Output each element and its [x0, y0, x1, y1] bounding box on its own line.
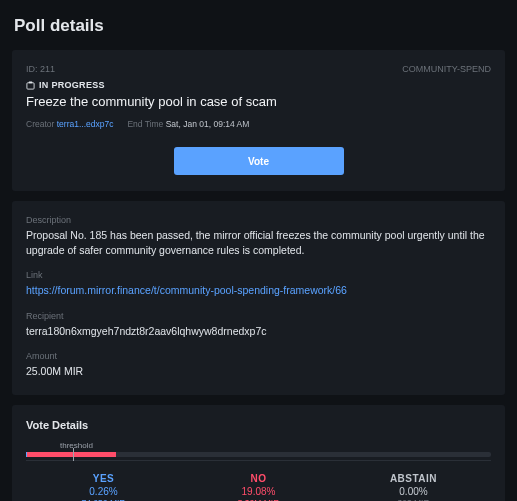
description-value: Proposal No. 185 has been passed, the mi… — [26, 228, 491, 258]
status-icon — [26, 81, 35, 90]
endtime-label: End Time — [127, 119, 163, 129]
threshold-tick — [73, 448, 74, 461]
amount-value: 25.00M MIR — [26, 364, 491, 379]
vote-details-title: Vote Details — [26, 419, 491, 431]
yes-label: YES — [26, 473, 181, 484]
no-label: NO — [181, 473, 336, 484]
abstain-pct: 0.00% — [336, 486, 491, 497]
yes-pct: 0.26% — [26, 486, 181, 497]
poll-id-label: ID: 211 — [26, 64, 55, 74]
page-title: Poll details — [14, 16, 505, 36]
endtime-block: End Time Sat, Jan 01, 09:14 AM — [127, 119, 249, 129]
vote-button[interactable]: Vote — [174, 147, 344, 175]
poll-header-card: ID: 211 COMMUNITY-SPEND IN PROGRESS Free… — [12, 50, 505, 191]
link-value[interactable]: https://forum.mirror.finance/t/community… — [26, 283, 491, 298]
results-grid: YES 0.26% 74,656 MIR NO 19.08% 5.32M MIR… — [26, 473, 491, 501]
bar-divider — [26, 460, 491, 461]
recipient-field: Recipient terra180n6xmgyeh7ndzt8r2aav6lq… — [26, 311, 491, 339]
poll-type-label: COMMUNITY-SPEND — [402, 64, 491, 74]
status-text: IN PROGRESS — [39, 80, 105, 90]
meta-row: Creator terra1...edxp7c End Time Sat, Ja… — [26, 119, 491, 129]
creator-block: Creator terra1...edxp7c — [26, 119, 113, 129]
svg-rect-0 — [27, 82, 34, 88]
threshold-label: threshold — [60, 441, 491, 450]
result-abstain: ABSTAIN 0.00% 303 MIR — [336, 473, 491, 501]
description-label: Description — [26, 215, 491, 225]
amount-label: Amount — [26, 351, 491, 361]
description-field: Description Proposal No. 185 has been pa… — [26, 215, 491, 258]
result-yes: YES 0.26% 74,656 MIR — [26, 473, 181, 501]
poll-details-card: Description Proposal No. 185 has been pa… — [12, 201, 505, 395]
vote-bar — [26, 452, 491, 457]
result-no: NO 19.08% 5.32M MIR — [181, 473, 336, 501]
app-root: Poll details ID: 211 COMMUNITY-SPEND IN … — [0, 0, 517, 501]
no-pct: 19.08% — [181, 486, 336, 497]
recipient-label: Recipient — [26, 311, 491, 321]
amount-field: Amount 25.00M MIR — [26, 351, 491, 379]
link-field: Link https://forum.mirror.finance/t/comm… — [26, 270, 491, 298]
abstain-label: ABSTAIN — [336, 473, 491, 484]
link-label: Link — [26, 270, 491, 280]
svg-rect-1 — [29, 81, 33, 83]
status-row: IN PROGRESS — [26, 80, 491, 90]
poll-title: Freeze the community pool in case of sca… — [26, 94, 491, 109]
recipient-value: terra180n6xmgyeh7ndzt8r2aav6lqhwyw8drned… — [26, 324, 491, 339]
header-meta-row: ID: 211 COMMUNITY-SPEND — [26, 64, 491, 74]
creator-value[interactable]: terra1...edxp7c — [57, 119, 114, 129]
vote-details-card: Vote Details threshold YES 0.26% 74,656 … — [12, 405, 505, 501]
endtime-value: Sat, Jan 01, 09:14 AM — [166, 119, 250, 129]
creator-label: Creator — [26, 119, 54, 129]
